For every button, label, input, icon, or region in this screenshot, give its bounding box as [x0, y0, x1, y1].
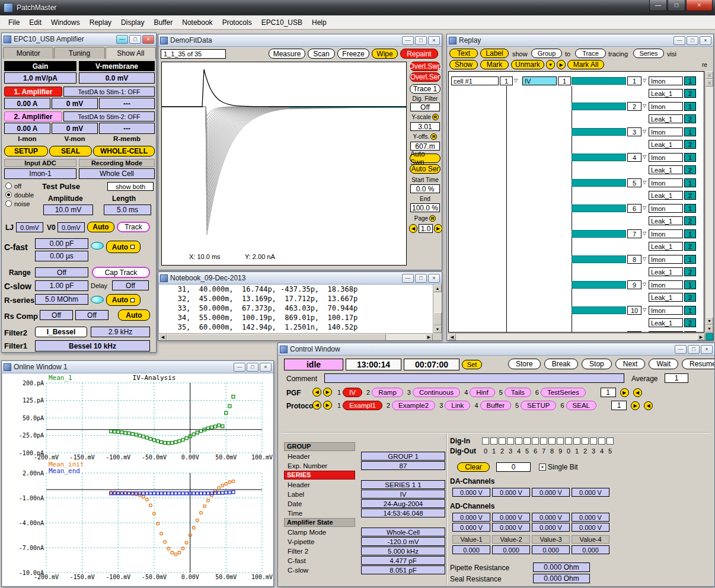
break-button[interactable]: Break — [544, 359, 578, 369]
restore-button[interactable]: □ — [129, 35, 141, 44]
menu-edit[interactable]: Edit — [24, 17, 46, 28]
notebook-hscrollbar[interactable]: ◀ ▶ — [159, 333, 433, 341]
scroll-right-icon[interactable]: ▶ — [697, 334, 705, 340]
dig-in-bit-5[interactable] — [524, 437, 531, 445]
dig-in-bit-4[interactable] — [515, 437, 522, 445]
close-button[interactable]: × — [686, 0, 713, 11]
replay-sweep-bar[interactable] — [572, 281, 626, 289]
minimize-button[interactable]: — — [116, 35, 128, 44]
dig-in-bit-14[interactable] — [598, 437, 605, 445]
dig-in-bit-15[interactable] — [607, 437, 614, 445]
replay-trace-item[interactable]: Leak_1 — [649, 89, 683, 98]
replay-sweep-number[interactable]: 2 — [627, 102, 641, 111]
protocol-advance-back-icon[interactable]: ◀ — [644, 401, 653, 410]
replay-series-item[interactable]: IV — [522, 76, 557, 85]
mode-seal-button[interactable]: SEAL — [49, 146, 92, 156]
sweep-counter[interactable]: 1_1_35 of 35 — [161, 49, 226, 59]
dig-in-bit-11[interactable] — [573, 437, 580, 445]
replay-trace-item[interactable]: Imon — [649, 204, 683, 213]
measure-button[interactable]: Measure — [269, 49, 305, 59]
track-button[interactable]: Track — [117, 222, 150, 232]
test-pulse-option-double[interactable]: double — [5, 190, 41, 199]
menu-display[interactable]: Display — [116, 17, 149, 28]
dig-in-bit-3[interactable] — [507, 437, 514, 445]
cfast-us-field[interactable]: 0.00 µs — [35, 251, 88, 261]
dig-in-bit-13[interactable] — [590, 437, 597, 445]
scroll-left-icon[interactable]: ◀ — [448, 334, 456, 340]
scroll-up-icon[interactable]: ▲ — [433, 285, 442, 292]
dig-in-bit-12[interactable] — [582, 437, 589, 445]
replay-sweep-number[interactable]: 1 — [627, 76, 641, 85]
replay-sweep-bar[interactable] — [572, 77, 626, 85]
pgf-ramp-button[interactable]: Ramp — [372, 388, 403, 397]
auto-sweep-button[interactable]: Auto Swp — [410, 154, 441, 163]
notebook-vscrollbar[interactable]: ▲ ▼ — [433, 285, 442, 333]
replay-trace-item[interactable]: Imon — [649, 153, 683, 162]
auto-cslow-button[interactable]: Auto — [106, 294, 141, 306]
online-plot-area[interactable]: -200.mV-150.mV-100.mV-50.0mV0.00V50.0mV1… — [2, 373, 273, 586]
text-button[interactable]: Text — [449, 49, 478, 58]
menu-replay[interactable]: Replay — [85, 17, 116, 28]
pgf-tails-button[interactable]: Tails — [505, 388, 531, 397]
trace-level-button[interactable]: Trace — [575, 49, 606, 58]
replay-sweep-bar[interactable] — [572, 154, 626, 161]
close-button[interactable]: × — [142, 35, 154, 44]
menu-help[interactable]: Help — [307, 17, 331, 28]
page-prev-button[interactable]: ◀ — [409, 224, 417, 233]
comment-input[interactable] — [324, 373, 624, 383]
dig-out-value[interactable]: 0 — [496, 462, 531, 472]
replay-trace-item[interactable]: Imon — [649, 255, 683, 264]
amplitude-field[interactable]: 10.0 mV — [43, 204, 93, 215]
protocol-advance-icon[interactable]: ▶ — [631, 401, 640, 410]
pgf-continuous-button[interactable]: Continuous — [413, 388, 460, 397]
r-badge-icon[interactable]: R — [429, 215, 436, 222]
protocol-seal-button[interactable]: SEAL — [566, 401, 596, 410]
page-next-button[interactable]: ▶ — [434, 224, 442, 233]
single-bit-checkbox[interactable]: × — [539, 464, 546, 471]
mark-button[interactable]: Mark — [480, 60, 509, 69]
replay-trace-item[interactable]: Imon — [649, 331, 683, 333]
replay-group-number[interactable]: 1 — [500, 76, 513, 85]
menu-epc10_usb[interactable]: EPC10_USB — [257, 17, 307, 28]
next-button[interactable]: Next — [615, 359, 646, 369]
cslow-field[interactable]: 1.00 pF — [35, 280, 88, 291]
minimize-button[interactable]: — — [675, 345, 687, 354]
minimize-button[interactable]: — — [402, 36, 414, 45]
replay-trace-item[interactable]: Leak_1 — [649, 114, 683, 123]
lj-field[interactable]: 0.0mV — [16, 222, 43, 232]
minimize-button[interactable]: — — [673, 36, 685, 45]
replay-vscrollbar[interactable]: ⌂ ⌂ ▼ ▼ — [705, 71, 713, 333]
filter1-value[interactable]: Bessel 10 kHz — [35, 340, 150, 351]
control-titlebar[interactable]: Control Window — □ × — [278, 343, 714, 356]
minimize-button[interactable]: — — [234, 363, 245, 372]
dig-filter-value[interactable]: Off — [410, 103, 440, 111]
store-button[interactable]: Store — [508, 359, 541, 369]
protocol-buffer-button[interactable]: Buffer — [480, 401, 511, 410]
scroll-track[interactable] — [167, 334, 425, 341]
scroll-home-icon[interactable]: ⌂ — [706, 79, 713, 87]
replay-sweep-bar[interactable] — [572, 230, 626, 238]
v0-field[interactable]: 0.0mV — [58, 222, 85, 232]
replay-sweep-bar[interactable] — [572, 204, 626, 212]
start-time-value[interactable]: 0.0 % — [410, 184, 440, 193]
unmark-button[interactable]: Unmark — [511, 60, 544, 69]
pgf-advance-back-icon[interactable]: ◀ — [633, 388, 642, 397]
show-button[interactable]: Show — [449, 60, 478, 69]
mode-whole-cell-button[interactable]: WHOLE-CELL — [93, 146, 155, 156]
pgf-testseries-button[interactable]: TestSeries — [541, 388, 586, 397]
pgf-counter[interactable]: 1 — [601, 388, 616, 397]
scroll-left-icon[interactable]: ◀ — [159, 334, 167, 341]
play-icon[interactable]: ▶ — [557, 60, 566, 69]
dig-in-bit-2[interactable] — [499, 437, 506, 445]
cap-track-button[interactable]: Cap Track — [92, 267, 150, 278]
replay-trace-item[interactable]: Leak_1 — [649, 318, 683, 327]
replay-sweep-bar[interactable] — [572, 128, 626, 136]
mark-all-button[interactable]: Mark All — [567, 60, 604, 69]
replay-trace-item[interactable]: Imon — [649, 102, 683, 111]
close-button[interactable]: × — [700, 36, 711, 45]
replay-sweep-bar[interactable] — [572, 332, 626, 333]
scroll-home-icon[interactable]: ⌂ — [706, 71, 713, 79]
replay-trace-item[interactable]: Imon — [649, 127, 683, 136]
app-titlebar[interactable]: PatchMaster — □ × — [0, 0, 715, 15]
test-pulse-option-noise[interactable]: noise — [5, 199, 41, 208]
